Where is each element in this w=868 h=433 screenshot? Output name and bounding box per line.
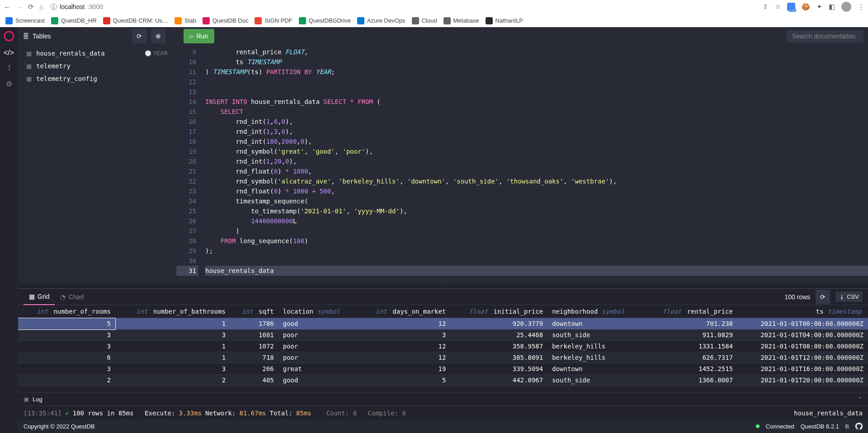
cell: poor xyxy=(278,341,358,352)
bookmark-item[interactable]: Screencast xyxy=(5,17,45,24)
chart-icon: ◔ xyxy=(60,293,66,301)
bookmark-icon xyxy=(255,17,262,24)
log-bar[interactable]: ▣ Log ⌃ xyxy=(18,392,868,406)
panel-icon[interactable]: ◧ xyxy=(829,3,835,11)
cell: 3 xyxy=(18,341,115,352)
nav-back-icon[interactable]: ← xyxy=(4,3,10,11)
sql-editor[interactable]: ⋮⋮ 9101112131415161718192021222324252627… xyxy=(176,45,868,284)
app: </> ⤴ ⚙ 🗄 Tables ⟳ ⊕ Run Search document… xyxy=(0,27,868,433)
bookmark-item[interactable]: Azure DevOps xyxy=(357,17,406,24)
cookie-icon[interactable]: 🍪 xyxy=(802,3,810,11)
bookmark-icon xyxy=(412,17,419,24)
table-row[interactable]: 511786good12920.3779downtown701.2382021-… xyxy=(18,318,868,329)
column-header[interactable]: location symbol xyxy=(278,305,358,318)
stats-table-name: house_rentals_data xyxy=(794,409,863,417)
rail-sql-icon[interactable]: </> xyxy=(4,49,14,57)
bookmark-label: Slab xyxy=(184,17,196,24)
cell: 405 xyxy=(230,375,278,386)
nav-reload-icon[interactable]: ⟳ xyxy=(28,3,34,11)
column-header[interactable]: int number_of_rooms xyxy=(18,305,115,318)
add-table-button[interactable]: ⊕ xyxy=(151,29,165,43)
results-grid-wrap[interactable]: int number_of_roomsint number_of_bathroo… xyxy=(18,305,868,392)
bookmark-label: QuestDBGDrive xyxy=(309,17,351,24)
star-icon[interactable]: ☆ xyxy=(775,3,781,11)
url-box[interactable]: i localhost:9000 xyxy=(51,3,103,10)
table-row[interactable]: 331601poor325.4468south_side911.08292021… xyxy=(18,329,868,341)
search-docs-input[interactable]: Search documentation xyxy=(787,30,863,42)
cell: 911.0829 xyxy=(645,329,737,341)
rail-settings-icon[interactable]: ⚙ xyxy=(6,80,12,88)
table-item[interactable]: ▦telemetry xyxy=(18,60,176,72)
table-row[interactable]: 22405good5442.0967south_side1366.0007202… xyxy=(18,375,868,386)
extensions-icon[interactable]: ✦ xyxy=(816,3,822,11)
cell: 3 xyxy=(115,329,230,341)
table-item[interactable]: ▦telemetry_config xyxy=(18,72,176,85)
column-header[interactable]: int sqft xyxy=(230,305,278,318)
cell: good xyxy=(278,318,358,329)
column-header[interactable]: ts timestamp xyxy=(737,305,868,318)
database-icon: 🗄 xyxy=(23,33,29,40)
nav-home-icon[interactable]: ⌂ xyxy=(39,3,43,11)
cell: great xyxy=(278,363,358,375)
cell: 2021-01-01T08:00:00.000000Z xyxy=(737,341,868,352)
rail-upload-icon[interactable]: ⤴ xyxy=(7,64,11,72)
table-item[interactable]: ▦house_rentals_data🕘 YEAR xyxy=(18,47,176,60)
export-csv-button[interactable]: ⭳CSV xyxy=(835,292,863,302)
column-header[interactable]: float initial_price xyxy=(450,305,547,318)
refresh-results-button[interactable]: ⟳ xyxy=(816,290,830,304)
bookmark-item[interactable]: QuestDB_HR xyxy=(51,17,97,24)
column-header[interactable]: neighborhood symbol xyxy=(547,305,645,318)
cell: 12 xyxy=(358,341,450,352)
results-resize-grip[interactable]: ⋯⋯ xyxy=(18,284,868,288)
table-row[interactable]: 61718poor12385.8091berkeley_hills626.731… xyxy=(18,352,868,363)
tab-grid[interactable]: ▦Grid xyxy=(24,289,55,305)
nav-forward-icon[interactable]: → xyxy=(16,3,23,11)
bookmark-item[interactable]: SIGN PDF xyxy=(255,17,292,24)
column-header[interactable]: float rental_price xyxy=(645,305,737,318)
tables-sidebar: ▦house_rentals_data🕘 YEAR▦telemetry▦tele… xyxy=(18,45,176,284)
results-tabs: ▦Grid ◔Chart 100 rows ⟳ ⭳CSV xyxy=(18,289,868,305)
log-expand-icon[interactable]: ⌃ xyxy=(858,396,863,403)
connection-dot-icon xyxy=(756,424,760,428)
cell: 5 xyxy=(358,375,450,386)
cell: 718 xyxy=(230,352,278,363)
column-header[interactable]: int number_of_bathrooms xyxy=(115,305,230,318)
table-row[interactable]: 33266great19339.5094downtown1452.2515202… xyxy=(18,363,868,375)
bookmark-label: Metabase xyxy=(453,17,479,24)
refresh-tables-button[interactable]: ⟳ xyxy=(132,29,146,43)
profile-avatar[interactable] xyxy=(841,2,851,12)
cell: 2021-01-01T16:00:00.000000Z xyxy=(737,363,868,375)
url-port: :9000 xyxy=(87,3,103,10)
cell: downtown xyxy=(547,318,645,329)
cell: 25.4468 xyxy=(450,329,547,341)
check-icon: ✓ xyxy=(65,409,69,417)
bookmark-item[interactable]: Cloud xyxy=(412,17,437,24)
menu-icon[interactable]: ⋮ xyxy=(858,3,864,11)
code-area[interactable]: rental_price FLOAT, ts TIMESTAMP) TIMEST… xyxy=(202,45,868,284)
bookmark-item[interactable]: QuestDBGDrive xyxy=(299,17,351,24)
share-icon[interactable]: ⇧ xyxy=(763,3,769,11)
copy-icon[interactable]: ⎘ xyxy=(845,423,849,430)
column-header[interactable]: int days_on_market xyxy=(358,305,450,318)
cell: 3 xyxy=(115,363,230,375)
version-label: QuestDB 6.2.1 xyxy=(801,423,839,430)
github-icon[interactable] xyxy=(855,423,863,430)
extension-badge[interactable] xyxy=(787,3,795,11)
stats-rows: 100 rows in 85ms xyxy=(73,409,134,417)
bookmark-item[interactable]: NathanILP xyxy=(486,17,523,24)
main: 🗄 Tables ⟳ ⊕ Run Search documentation ▦h… xyxy=(18,27,868,433)
cell: south_side xyxy=(547,375,645,386)
bookmark-item[interactable]: QuestDB Doc xyxy=(203,17,248,24)
bookmark-item[interactable]: QuestDB CRM: Us… xyxy=(103,17,168,24)
tab-chart[interactable]: ◔Chart xyxy=(55,289,89,305)
site-info-icon[interactable]: i xyxy=(51,4,57,10)
bookmark-item[interactable]: Slab xyxy=(175,17,196,24)
table-row[interactable]: 311072poor12358.9587berkeley_hills1331.1… xyxy=(18,341,868,352)
bookmark-item[interactable]: Metabase xyxy=(443,17,479,24)
cell: 266 xyxy=(230,363,278,375)
cell: 920.3779 xyxy=(450,318,547,329)
stats-time: [13:35:41] xyxy=(24,409,61,417)
table-name: house_rentals_data xyxy=(36,50,105,57)
run-button[interactable]: Run xyxy=(184,29,214,43)
sidebar-resize-grip[interactable]: ⋮⋮ xyxy=(176,140,183,145)
